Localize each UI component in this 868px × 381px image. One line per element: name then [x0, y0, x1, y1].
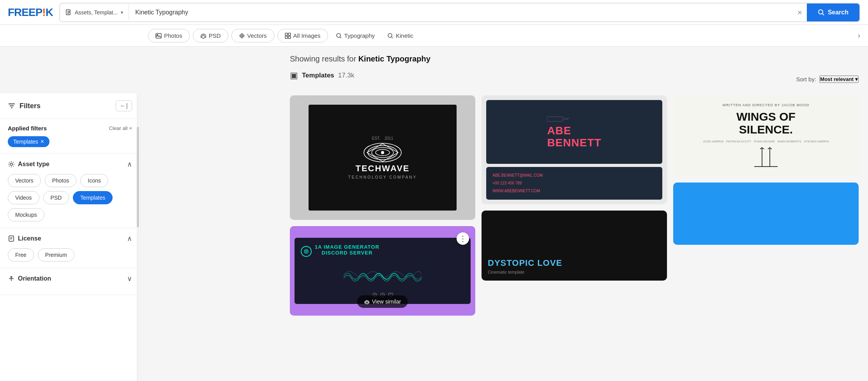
- license-premium[interactable]: Premium: [38, 248, 74, 262]
- document-icon: [65, 9, 72, 16]
- orientation-label: Orientation: [18, 275, 51, 282]
- license-free[interactable]: Free: [8, 248, 34, 262]
- techwave-title: TECHWAVE: [355, 163, 409, 174]
- filters-icon: [8, 102, 16, 110]
- asset-type-icons[interactable]: Icons: [80, 174, 108, 187]
- svg-point-17: [304, 249, 308, 253]
- sort-by-label: Sort by:: [796, 76, 816, 83]
- svg-point-1: [819, 10, 823, 14]
- techwave-subtitle: TECHNOLOGY COMPANY: [348, 175, 417, 179]
- discord-dots-menu[interactable]: ⋮: [457, 232, 469, 245]
- wings-subtitle: WRITTEN AND DIRECTED BY JACOB WOOD: [723, 103, 810, 107]
- wings-title: WINGS OFSILENCE.: [736, 110, 796, 136]
- search-button[interactable]: Search: [807, 4, 859, 21]
- dystopic-title: DYSTOPIC LOVE: [488, 258, 562, 268]
- search-type-selector[interactable]: Assets, Templat... ▾: [60, 4, 129, 21]
- results-meta: ▣ Templates 17.3k: [290, 70, 354, 81]
- layers-icon: [200, 33, 206, 39]
- search-clear-button[interactable]: ×: [793, 9, 807, 16]
- techwave-est: EST. 2011: [372, 136, 393, 140]
- typography-search-icon: [336, 33, 342, 39]
- svg-point-4: [241, 35, 243, 37]
- clear-all-button[interactable]: Clear all ×: [109, 125, 132, 131]
- sort-by-dropdown[interactable]: Most relevant ▾: [819, 75, 859, 83]
- asset-type-vectors[interactable]: Vectors: [8, 174, 41, 187]
- svg-point-18: [305, 251, 307, 252]
- wings-credits: JOSE HARRIS PATRICIA SCOTT RYAN MOORE AV…: [703, 140, 829, 143]
- subnav-item-psd[interactable]: PSD: [193, 29, 228, 42]
- card-techwave[interactable]: EST. 2011 T: [290, 95, 475, 220]
- sort-by: Sort by: Most relevant ▾: [796, 75, 859, 83]
- tag-label: Templates: [13, 139, 38, 145]
- subnav-vectors-label: Vectors: [247, 32, 267, 39]
- card-discord[interactable]: 1A IMAGE GENERATORDISCORD SERVER: [290, 226, 475, 316]
- results-grid: EST. 2011 T: [290, 95, 859, 316]
- logo[interactable]: FREEP!K: [8, 6, 53, 19]
- subnav-item-photos[interactable]: Photos: [148, 29, 190, 42]
- asset-type-photos[interactable]: Photos: [45, 174, 77, 187]
- results-showing: Showing results for Kinetic Typography: [290, 54, 430, 63]
- asset-type-header[interactable]: Asset type ∧: [8, 160, 132, 169]
- header: FREEP!K Assets, Templat... ▾ × Search: [0, 0, 868, 25]
- card-wings[interactable]: WRITTEN AND DIRECTED BY JACOB WOOD WINGS…: [673, 95, 859, 176]
- svg-rect-6: [288, 33, 291, 35]
- techwave-eye-svg: [363, 142, 402, 163]
- orientation-section: Orientation ∨: [0, 268, 140, 295]
- filters-label: Filters: [19, 102, 41, 110]
- view-similar-button[interactable]: View similar: [357, 295, 408, 308]
- showing-query: Kinetic Typography: [358, 54, 430, 63]
- orientation-title: Orientation: [8, 275, 51, 282]
- dystopic-sub: Cinematic template: [488, 270, 562, 274]
- asset-type-videos[interactable]: Videos: [8, 191, 39, 204]
- chevron-down-icon: ▾: [121, 10, 123, 15]
- subnav-item-kinetic[interactable]: Kinetic: [383, 29, 418, 42]
- subnav-more-chevron[interactable]: ›: [858, 32, 860, 40]
- main-layout: Filters ←| Applied filters Clear all × T…: [0, 47, 868, 381]
- abe-lines-svg: [547, 115, 570, 123]
- applied-filters-label: Applied filters: [8, 125, 47, 132]
- image-icon: [155, 33, 162, 39]
- orientation-chevron: ∨: [127, 274, 132, 283]
- asset-type-icon: [8, 161, 15, 168]
- abe-rectangle-decoration: [547, 115, 601, 123]
- asset-type-mockups[interactable]: Mockups: [8, 208, 44, 221]
- search-input[interactable]: [129, 9, 793, 16]
- card-abe-bennett[interactable]: ABEBENNETT ABE.BENNETT@MAIL.COM +00 123 …: [482, 95, 667, 204]
- subnav-item-typography[interactable]: Typography: [331, 29, 379, 42]
- asset-type-templates[interactable]: Templates: [73, 191, 113, 204]
- svg-rect-7: [285, 36, 288, 39]
- license-section: License ∧ Free Premium: [0, 228, 140, 268]
- radar-icon: [303, 249, 309, 254]
- orientation-icon: [8, 275, 15, 282]
- asset-type-chevron: ∧: [127, 160, 132, 169]
- scrollbar-track[interactable]: [137, 93, 139, 381]
- templates-count: 17.3k: [338, 72, 355, 79]
- svg-point-10: [388, 33, 392, 37]
- license-icon: [8, 235, 15, 242]
- search-icon: [818, 9, 825, 16]
- asset-type-title: Asset type: [8, 161, 49, 168]
- sort-chevron-icon: ▾: [855, 76, 858, 82]
- content-area: Showing results for Kinetic Typography ▣…: [281, 47, 868, 381]
- subnav-typography-label: Typography: [344, 32, 375, 39]
- asset-type-section: Asset type ∧ Vectors Photos Icons Videos…: [0, 154, 140, 228]
- templates-count-label: Templates: [302, 72, 334, 79]
- subnav-item-vectors[interactable]: Vectors: [231, 29, 274, 42]
- card-dystopic-love[interactable]: DYSTOPIC LOVE Cinematic template: [482, 211, 667, 281]
- license-header[interactable]: License ∧: [8, 234, 132, 243]
- discord-title: 1A IMAGE GENERATORDISCORD SERVER: [315, 244, 379, 256]
- license-grid: Free Premium: [8, 248, 132, 262]
- svg-point-11: [10, 163, 12, 165]
- sidebar-collapse-button[interactable]: ←|: [116, 100, 132, 111]
- subnav-psd-label: PSD: [209, 32, 221, 39]
- card-blue[interactable]: [673, 183, 859, 245]
- search-type-label: Assets, Templat...: [75, 9, 118, 16]
- orientation-header[interactable]: Orientation ∨: [8, 274, 132, 283]
- asset-type-psd[interactable]: PSD: [43, 191, 69, 204]
- subnav-all-images-label: All Images: [293, 32, 321, 39]
- tag-remove-button[interactable]: ×: [41, 139, 44, 145]
- collapse-icon: ←|: [120, 102, 128, 109]
- license-label: License: [18, 235, 41, 242]
- wings-illustration-svg: [750, 147, 782, 169]
- subnav-item-all-images[interactable]: All Images: [277, 29, 328, 42]
